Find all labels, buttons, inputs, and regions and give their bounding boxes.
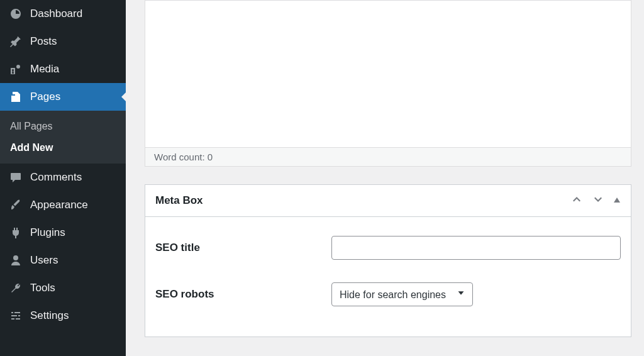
admin-sidebar: Dashboard Posts Media Pages All Pages Ad… [0,0,126,356]
user-icon [9,253,23,267]
metabox-header: Meta Box [145,185,631,217]
sidebar-item-label: Dashboard [30,8,82,20]
editor-textarea[interactable] [145,1,631,147]
editor-box: Word count: 0 [145,0,631,167]
move-up-icon[interactable] [570,193,583,208]
sidebar-item-plugins[interactable]: Plugins [0,219,126,247]
seo-robots-label: SEO robots [155,288,331,301]
sidebar-item-label: Media [30,63,59,75]
sidebar-item-label: Settings [30,309,69,322]
metabox-title: Meta Box [155,194,203,207]
seo-robots-select[interactable]: Hide for search engines [331,282,473,306]
submenu-item-add-new[interactable]: Add New [0,137,126,159]
sidebar-item-appearance[interactable]: Appearance [0,191,126,219]
pin-icon [9,35,23,48]
sidebar-item-tools[interactable]: Tools [0,274,126,302]
sidebar-item-posts[interactable]: Posts [0,28,126,55]
comments-icon [9,170,23,184]
sidebar-item-comments[interactable]: Comments [0,164,126,191]
media-icon [9,62,23,76]
field-seo-robots: SEO robots Hide for search engines [155,271,621,318]
submenu-item-all-pages[interactable]: All Pages [0,116,126,137]
sidebar-item-dashboard[interactable]: Dashboard [0,0,126,28]
dashboard-icon [9,7,23,21]
sidebar-item-label: Comments [30,171,82,184]
seo-title-input[interactable] [331,236,621,260]
sidebar-item-label: Tools [30,282,55,294]
move-down-icon[interactable] [592,193,604,208]
metabox-actions [570,193,621,208]
brush-icon [9,198,23,212]
metabox-panel: Meta Box SEO title SE [145,184,631,337]
sidebar-item-settings[interactable]: Settings [0,302,126,330]
pages-icon [9,90,23,104]
word-count: Word count: 0 [145,147,631,166]
sliders-icon [9,309,23,323]
field-seo-title: SEO title [155,225,621,271]
plug-icon [9,226,23,240]
seo-title-label: SEO title [155,242,331,254]
toggle-icon[interactable] [613,195,621,206]
main-content: Word count: 0 Meta Box SEO title [126,0,644,356]
sidebar-submenu-pages: All Pages Add New [0,111,126,164]
sidebar-item-media[interactable]: Media [0,55,126,83]
sidebar-item-label: Posts [30,35,57,48]
sidebar-item-label: Users [30,254,58,267]
sidebar-item-label: Pages [30,91,60,103]
sidebar-item-label: Appearance [30,199,88,211]
metabox-body: SEO title SEO robots Hide for search eng… [145,217,631,337]
sidebar-item-label: Plugins [30,226,65,239]
sidebar-item-users[interactable]: Users [0,247,126,274]
sidebar-item-pages[interactable]: Pages [0,83,126,111]
wrench-icon [9,281,23,295]
